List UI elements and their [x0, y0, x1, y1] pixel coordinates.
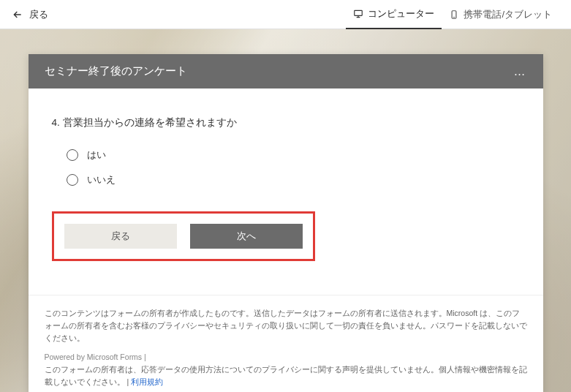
powered-by-text: Powered by Microsoft Forms [45, 353, 143, 361]
option-label: いいえ [87, 173, 116, 186]
radio-icon [67, 149, 78, 161]
disclaimer-text: このコンテンツはフォームの所有者が作成したものです。送信したデータはフォームの所… [45, 307, 527, 344]
question-text: 4. 営業担当からの連絡を希望されますか [52, 116, 520, 129]
svg-rect-0 [355, 10, 363, 15]
next-button[interactable]: 次へ [190, 224, 303, 249]
arrow-left-icon [12, 9, 23, 20]
tab-computer-label: コンピューター [368, 7, 434, 20]
form-footer: このコンテンツはフォームの所有者が作成したものです。送信したデータはフォームの所… [29, 295, 543, 392]
more-menu-icon[interactable]: … [514, 65, 527, 78]
form-header: セミナー終了後のアンケート … [29, 54, 543, 88]
topbar: 戻る コンピューター 携帯電話/タブレット [0, 0, 571, 29]
privacy-note: このフォームの所有者は、応答データの使用方法についてのプライバシーに関する声明を… [45, 365, 527, 386]
back-button[interactable]: 戻る [12, 8, 48, 21]
tab-mobile-label: 携帯電話/タブレット [464, 8, 552, 21]
terms-link[interactable]: 利用規約 [131, 377, 163, 386]
prev-button[interactable]: 戻る [64, 224, 177, 249]
form-body: 4. 営業担当からの連絡を希望されますか はい いいえ 戻る 次へ [29, 88, 543, 273]
separator: | [142, 353, 146, 361]
tab-mobile[interactable]: 携帯電話/タブレット [442, 0, 559, 29]
phone-icon [449, 10, 459, 20]
monitor-icon [353, 9, 363, 19]
back-label: 戻る [29, 8, 48, 21]
option-no[interactable]: いいえ [52, 167, 520, 192]
option-label: はい [87, 148, 106, 162]
svg-point-2 [454, 17, 455, 18]
form-title: セミナー終了後のアンケート [45, 64, 187, 78]
content-area: セミナー終了後のアンケート … 4. 営業担当からの連絡を希望されますか はい … [0, 29, 571, 392]
navigation-buttons: 戻る 次へ [52, 211, 315, 261]
tab-computer[interactable]: コンピューター [346, 0, 442, 29]
form-card: セミナー終了後のアンケート … 4. 営業担当からの連絡を希望されますか はい … [29, 54, 543, 392]
option-yes[interactable]: はい [52, 143, 520, 167]
radio-icon [67, 174, 78, 186]
